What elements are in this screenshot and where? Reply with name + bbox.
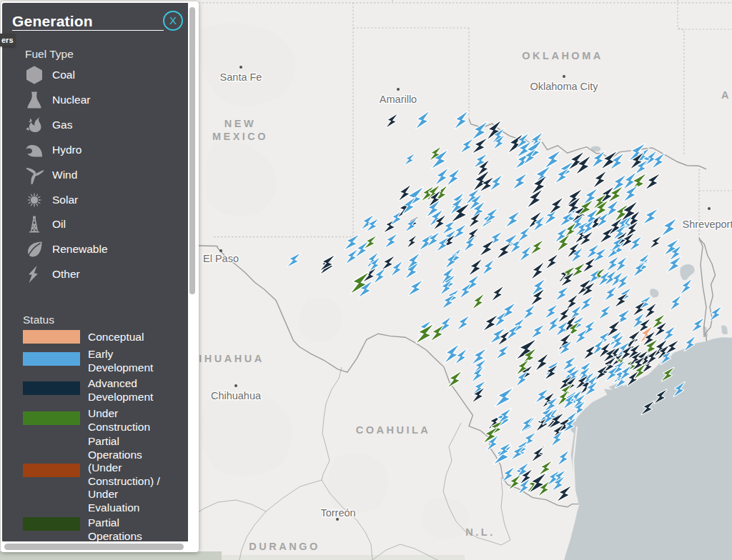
svg-text:Chihuahua: Chihuahua [211, 390, 262, 401]
svg-text:Shreveport: Shreveport [683, 219, 732, 230]
svg-text:NEW: NEW [224, 118, 256, 129]
svg-text:MEXICO: MEXICO [212, 131, 268, 142]
svg-text:COAHUILA: COAHUILA [356, 424, 431, 436]
svg-text:A: A [721, 89, 731, 101]
svg-text:Santa Fe: Santa Fe [220, 71, 262, 83]
svg-text:N.L.: N.L. [465, 526, 495, 538]
svg-text:El Paso: El Paso [203, 253, 239, 264]
svg-text:Torreón: Torreón [320, 507, 355, 519]
svg-text:Oklahoma City: Oklahoma City [530, 81, 598, 92]
svg-text:Amarillo: Amarillo [380, 94, 417, 105]
svg-text:DURANGO: DURANGO [249, 541, 320, 552]
svg-text:OKLAHOMA: OKLAHOMA [522, 50, 603, 61]
